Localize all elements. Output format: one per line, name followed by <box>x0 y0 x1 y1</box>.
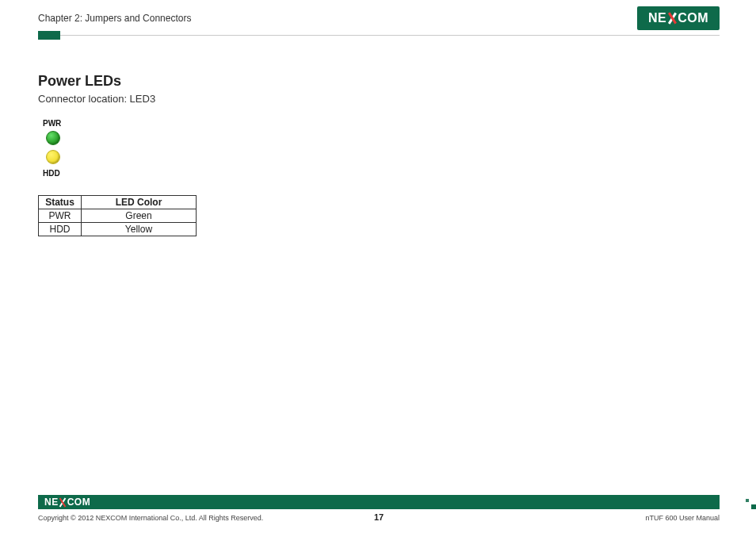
footer-page-number: 17 <box>374 512 384 522</box>
led-diagram: PWR HDD <box>43 119 379 178</box>
led-status-table: Status LED Color PWR Green HDD Yellow <box>38 195 197 236</box>
chapter-title: Chapter 2: Jumpers and Connectors <box>38 13 720 24</box>
cell-status: PWR <box>39 209 82 223</box>
cell-color: Green <box>81 209 196 223</box>
footer-corner-decor <box>743 495 756 509</box>
cell-color: Yellow <box>81 223 196 236</box>
section-title: Power LEDs <box>38 73 379 90</box>
cell-status: HDD <box>39 223 82 236</box>
footer-copyright: Copyright © 2012 NEXCOM International Co… <box>38 514 263 522</box>
pwr-led-icon <box>46 131 60 145</box>
table-row: HDD Yellow <box>39 223 197 236</box>
footer-bar: NE COM <box>38 495 720 509</box>
brand-logo-left: NE <box>648 11 666 25</box>
table-header-color: LED Color <box>81 196 196 209</box>
footer-brand-logo: NE COM <box>44 497 90 508</box>
brand-logo-right: COM <box>678 11 708 25</box>
hdd-led-icon <box>46 150 60 164</box>
led-top-label: PWR <box>43 119 379 128</box>
footer-brand-left: NE <box>44 497 59 508</box>
header-divider <box>38 35 720 36</box>
footer-brand-x-icon <box>59 498 67 507</box>
led-bottom-label: HDD <box>43 169 379 178</box>
section-subtitle: Connector location: LED3 <box>38 93 379 105</box>
brand-logo: NE COM <box>637 6 720 30</box>
table-row: PWR Green <box>39 209 197 223</box>
brand-logo-x-icon <box>667 13 677 24</box>
footer-brand-right: COM <box>67 497 91 508</box>
table-header-status: Status <box>39 196 82 209</box>
footer-doc-name: nTUF 600 User Manual <box>645 514 720 522</box>
